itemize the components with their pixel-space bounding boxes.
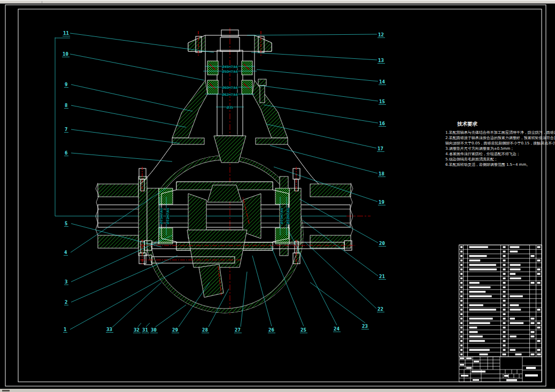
tech-line: 2.装配圆锥滚子轴承须按合适的预紧力调整好，预紧转矩值须符合要求不小于4N·m，: [445, 136, 555, 140]
tech-line: 5.锐边倒钝去毛刺后清洗装配；: [445, 157, 498, 162]
title-block: [459, 357, 542, 382]
window-top-bar: [0, 0, 555, 4]
callout-22: 22: [377, 306, 383, 312]
bearing-right-top: [275, 188, 289, 204]
dim-label: Ø75H7/k6: [280, 208, 283, 224]
callout-13: 13: [378, 58, 384, 63]
dim-label: Ø72H7/k6: [166, 208, 169, 224]
callout-18: 18: [379, 171, 384, 176]
callout-17: 17: [377, 146, 383, 151]
callout-27: 27: [235, 327, 241, 333]
callout-10: 10: [63, 51, 68, 57]
callout-30: 30: [151, 327, 157, 333]
callout-5: 5: [65, 221, 67, 226]
callout-4: 4: [64, 250, 67, 255]
cad-canvas[interactable]: 1110987654321333231302928272625242312131…: [0, 0, 555, 392]
bearing-left-top: [159, 188, 173, 204]
toolbar-divider: [42, 1, 42, 3]
callout-12: 12: [378, 32, 384, 37]
callout-19: 19: [379, 199, 384, 205]
tech-requirements: 技术要求 1.装配前轴承与壳体结合件不加工面应清理干净，防尘防污，圆锥齿轮按规定…: [445, 121, 555, 167]
callout-31: 31: [142, 327, 148, 333]
callout-32: 32: [134, 327, 140, 333]
callout-29: 29: [172, 327, 178, 333]
dim-label: Ø72H7/k6: [286, 208, 290, 224]
dim-label: Ø35: [227, 105, 234, 109]
callout-7: 7: [65, 127, 67, 132]
dim-label: Ø45H7/k6: [222, 65, 238, 68]
callout-25: 25: [300, 327, 306, 333]
bearing-right-bottom: [275, 228, 289, 244]
callout-15: 15: [379, 99, 385, 104]
tech-requirements-title: 技术要求: [457, 121, 478, 127]
callout-33: 33: [106, 327, 112, 332]
callout-14: 14: [379, 79, 385, 84]
tech-line: 1.装配前轴承与壳体结合件不加工面应清理干净，防尘防污，圆锥齿轮按规定标记成对装…: [445, 130, 555, 135]
command-remnant: [2, 390, 10, 391]
callout-8: 8: [65, 103, 67, 108]
callout-2: 2: [65, 299, 67, 305]
callout-24: 24: [334, 326, 340, 332]
callout-16: 16: [379, 121, 385, 126]
tech-line: 轴向游隙不大于0.05，圆锥齿轮副侧隙不小于0.15，接触斑点不小于65%，: [445, 141, 555, 145]
callout-9: 9: [65, 82, 67, 87]
dim-label: Ø75H7/k6: [159, 208, 163, 224]
dim-label: Ø62H7/k6: [222, 93, 238, 96]
bottom-scrollbar[interactable]: [0, 389, 555, 392]
callout-11: 11: [63, 30, 69, 36]
spider-gear-top: [207, 185, 242, 202]
main-view: [55, 28, 371, 314]
callout-3: 3: [65, 279, 67, 285]
dim-label: Ø50H7/k6: [222, 70, 238, 73]
callout-23: 23: [362, 324, 368, 329]
tech-line: 3.调整垫片尺寸方向调整量为±0.5mm；: [445, 146, 514, 151]
callout-28: 28: [202, 327, 208, 333]
callout-20: 20: [379, 241, 385, 246]
callout-6: 6: [65, 150, 67, 156]
tech-line: 4.各紧固件须拧紧防松，分组选配不得飞边；: [445, 152, 520, 156]
cad-application-window: 1110987654321333231302928272625242312131…: [0, 0, 555, 392]
dim-label: Ø60H7/k6: [222, 86, 238, 89]
tech-line: 6.装配后转动灵活，齿侧隙调整范围 1.5~4 mm。: [445, 163, 530, 167]
parts-list-table: [459, 245, 542, 382]
callout-21: 21: [379, 274, 385, 279]
callout-1: 1: [64, 327, 66, 332]
callout-26: 26: [268, 327, 274, 333]
